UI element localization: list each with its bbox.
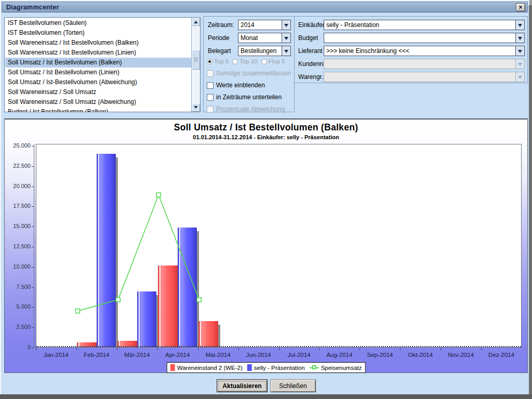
warengr-row: Warengr. — [295, 72, 527, 82]
x-tick-label: Feb-2014 — [76, 352, 117, 358]
x-tick-label: Nov-2014 — [441, 352, 481, 358]
checkbox-label: in Zeiträume unterteilen — [216, 94, 282, 101]
checkbox-row-werte-einblenden: Werte einblenden — [207, 81, 265, 89]
budget-dropdown-button[interactable] — [515, 33, 524, 43]
chart-type-listbox[interactable]: IST Bestellvolumen (Säulen)IST Bestellvo… — [4, 17, 201, 112]
einkaeufer-select[interactable]: selly - Präsentation — [324, 20, 525, 30]
y-tick-label: 12.500 — [7, 243, 31, 249]
y-tick-label: 7.500 — [7, 284, 31, 290]
list-item-ist-bestellvolumen-säulen[interactable]: IST Bestellvolumen (Säulen) — [5, 18, 191, 28]
window-drop-shadow — [0, 394, 532, 399]
checkbox-label: Sonstige zusammenfassen — [216, 70, 291, 77]
list-item-soll-wareneinsatz-soll-umsatz[interactable]: Soll Wareneinsatz / Soll Umsatz — [5, 87, 191, 97]
checkbox-prozentuale-abweichung[interactable] — [207, 106, 214, 113]
x-tick-mark — [117, 348, 117, 350]
y-tick-label: 17.500 — [7, 203, 31, 209]
list-item-soll-umsatz-ist-bestellvolumen-abweichung[interactable]: Soll Umsatz / Ist-Bestellvolumen (Abweic… — [5, 77, 191, 87]
y-tick-label: 20.000 — [7, 183, 31, 189]
x-tick-mark — [238, 348, 239, 350]
scroll-up-button[interactable] — [192, 18, 200, 26]
schliessen-button[interactable]: Schließen — [270, 379, 316, 392]
lieferant-value: >>> keine Einschränkung <<< — [324, 46, 515, 56]
scrollbar-thumb[interactable] — [192, 50, 200, 70]
list-item-soll-umsatz-ist-bestellvolumen-linien[interactable]: Soll Umsatz / Ist Bestellvolumen (Linien… — [5, 68, 191, 77]
checkbox-werte-einblenden[interactable] — [207, 82, 214, 89]
x-tick-label: Mai-2014 — [198, 352, 238, 358]
x-tick-label: Aug-2014 — [319, 352, 360, 358]
selector-panel: Einkäuferselly - PräsentationBudgetLiefe… — [295, 16, 528, 83]
legend-swatch-icon — [247, 364, 252, 371]
belegart-dropdown-button[interactable] — [282, 46, 290, 56]
x-tick-label: Jan-2014 — [36, 352, 76, 358]
chevron-down-icon — [284, 50, 288, 55]
einkaeufer-row: Einkäuferselly - Präsentation — [295, 20, 527, 30]
periode-label: Periode — [208, 34, 229, 42]
chevron-down-icon — [518, 37, 522, 42]
x-tick-label: Jul-2014 — [278, 352, 319, 358]
line-marker-icon — [116, 298, 120, 302]
legend-label: Speisenumsatz — [321, 365, 362, 371]
chart-legend: Wareneinstand 2 (WE-2)selly - Präsentati… — [167, 362, 366, 373]
radio-flop5[interactable]: Flop 5 — [261, 58, 285, 64]
close-icon[interactable]: × — [516, 3, 525, 11]
y-tick-mark — [32, 187, 34, 187]
line-marker-icon — [156, 193, 161, 197]
checkbox-in-zeiträume-unterteilen[interactable] — [207, 94, 214, 101]
y-tick-mark — [32, 307, 34, 308]
chart-subtitle: 01.01.2014-31.12.2014 - Einkäufer: selly… — [5, 134, 527, 140]
checkbox-label: Prozentuale Abweichung — [216, 105, 285, 113]
line-marker-icon — [75, 309, 79, 313]
checkbox-sonstige-zusammenfassen[interactable] — [207, 70, 214, 77]
periode-select[interactable]: Monat — [238, 33, 291, 43]
x-tick-mark — [157, 348, 158, 350]
x-tick-mark — [400, 348, 401, 350]
list-item-ist-bestellvolumen-torten[interactable]: IST Bestellvolumen (Torten) — [5, 28, 191, 38]
title-bar[interactable]: Diagrammcenter × — [2, 2, 528, 12]
radio-icon — [261, 59, 267, 64]
warengr-dropdown-button — [515, 72, 524, 82]
periode-dropdown-button[interactable] — [282, 33, 290, 43]
legend-label: Wareneinstand 2 (WE-2) — [177, 365, 243, 371]
chevron-down-icon — [284, 37, 288, 42]
list-item-soll-wareneinsatz-soll-umsatz-abweichung[interactable]: Soll Wareneinsatz / Soll Umsatz (Abweich… — [5, 97, 191, 107]
filter-panel: Zeitraum: 2014 Periode Monat Belegart Be… — [203, 16, 295, 112]
chevron-down-icon — [518, 50, 522, 55]
scroll-down-button[interactable] — [192, 103, 200, 112]
diagrammcenter-window: Diagrammcenter × IST Bestellvolumen (Säu… — [0, 0, 529, 395]
zeitraum-dropdown-button[interactable] — [282, 20, 290, 30]
zeitraum-select[interactable]: 2014 — [238, 20, 291, 30]
list-item-budget-ist-bestellvolumen-balken[interactable]: Budget / Ist Bestellvolumen (Balken) — [5, 107, 191, 112]
arrow-down-icon — [194, 106, 198, 111]
legend-line-marker-icon — [310, 365, 319, 370]
list-item-soll-umsatz-ist-bestellvolumen-balken[interactable]: Soll Umsatz / Ist Bestellvolumen (Balken… — [5, 58, 191, 68]
checkbox-label: Werte einblenden — [216, 82, 265, 89]
window-title: Diagrammcenter — [6, 4, 59, 11]
einkaeufer-label: Einkäufer — [298, 21, 325, 29]
y-tick-label: 2.500 — [7, 324, 31, 330]
chart-panel: Soll Umsatz / Ist Bestellvolumen (Balken… — [4, 118, 528, 373]
belegart-select[interactable]: Bestellungen — [238, 46, 291, 56]
aktualisieren-button[interactable]: Aktualisieren — [217, 379, 268, 392]
y-tick-mark — [32, 247, 34, 247]
budget-label: Budget — [298, 34, 318, 42]
x-tick-label: Dez-2014 — [481, 352, 522, 358]
radio-top10[interactable]: Top 10 — [232, 58, 258, 64]
listbox-scrollbar[interactable] — [191, 18, 200, 112]
y-tick-mark — [32, 166, 34, 167]
budget-select[interactable] — [324, 33, 525, 43]
warengr-value — [324, 72, 515, 82]
lieferant-dropdown-button[interactable] — [515, 46, 524, 56]
checkbox-row-prozentuale-abweichung: Prozentuale Abweichung — [207, 105, 285, 113]
radio-top5[interactable]: Top 5 — [207, 58, 229, 64]
y-axis — [34, 144, 34, 349]
window-drop-shadow — [529, 5, 532, 395]
warengr-select — [324, 72, 525, 82]
chart-title: Soll Umsatz / Ist Bestellvolumen (Balken… — [5, 122, 527, 133]
x-tick-label: Mär-2014 — [117, 352, 157, 358]
legend-item-selly-präsentation: selly - Präsentation — [247, 364, 305, 371]
list-item-soll-wareneinsatz-ist-bestellvolumen-linien[interactable]: Soll Wareneinsatz / Ist Bestellvolumen (… — [5, 48, 191, 58]
lieferant-select[interactable]: >>> keine Einschränkung <<< — [324, 46, 525, 56]
einkaeufer-dropdown-button[interactable] — [515, 20, 524, 30]
y-tick-mark — [32, 287, 34, 288]
list-item-soll-wareneinsatz-ist-bestellvolumen-balken[interactable]: Soll Wareneinsatz / Ist Bestellvolumen (… — [5, 38, 191, 48]
